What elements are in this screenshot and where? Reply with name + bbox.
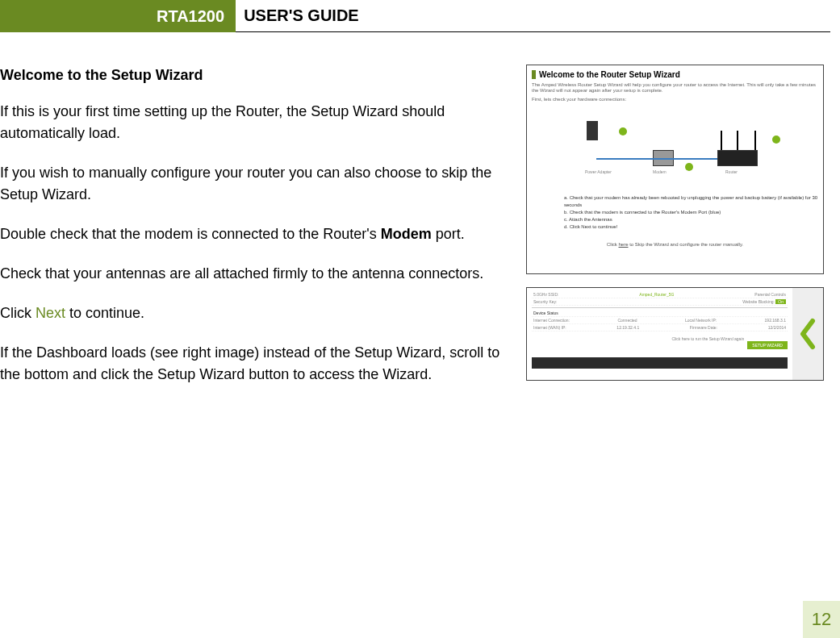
cell: Website Blocking: On — [742, 298, 786, 305]
cell: 12/2/2014 — [768, 324, 786, 331]
dashboard-footer — [532, 357, 788, 369]
cell: 192.168.3.1 — [765, 317, 786, 323]
paragraph-4: Check that your antennas are all attache… — [0, 263, 516, 285]
badge-a-icon — [619, 127, 627, 136]
p3-modem-bold: Modem — [381, 226, 432, 242]
chevron-column — [792, 288, 823, 380]
wizard-steps: a. Check that your modem has already bee… — [564, 194, 818, 231]
dashboard-panel: 5.0GHz SSID: Amped_Router_5G Parental Co… — [527, 288, 792, 380]
router-icon — [717, 150, 758, 166]
cell: Security Key: — [533, 298, 557, 305]
table-row: 5.0GHz SSID: Amped_Router_5G Parental Co… — [532, 291, 788, 298]
power-adapter-icon — [587, 121, 598, 140]
skip-here-link: here — [619, 242, 629, 247]
on-pill: On — [775, 299, 786, 304]
antenna-icon — [754, 131, 756, 150]
wiring-diagram: Power Adapter Modem Router — [548, 111, 802, 188]
badge-b-icon — [685, 163, 693, 171]
page-number: 12 — [803, 601, 840, 638]
cell: Internet (WAN) IP: — [533, 324, 566, 331]
p3-part-a: Double check that the modem is connected… — [0, 226, 381, 242]
antenna-icon — [721, 131, 722, 150]
antenna-icon — [737, 131, 738, 150]
table-row: Internet (WAN) IP: 12.19.32.4.1 Firmware… — [532, 324, 788, 332]
paragraph-1: If this is your first time setting up th… — [0, 101, 516, 144]
page-content: Welcome to the Setup Wizard If this is y… — [0, 32, 840, 403]
cell: Internet Connection: — [533, 317, 570, 323]
table-row: Internet Connection: Connected Local Net… — [532, 317, 788, 324]
setup-wizard-button: SETUP WIZARD — [747, 341, 788, 349]
cell: 12.19.32.4.1 — [616, 324, 639, 331]
skip-text-b: to Skip the Wizard and configure the rou… — [629, 242, 744, 247]
cell: Connected — [617, 317, 637, 323]
cell: Parental Controls — [754, 291, 786, 298]
header-model: RTA1200 — [145, 0, 236, 32]
cable-icon — [674, 158, 717, 160]
paragraph-3: Double check that the modem is connected… — [0, 223, 516, 245]
cell: Amped_Router_5G — [639, 291, 674, 298]
paragraph-2: If you wish to manually configure your r… — [0, 162, 516, 206]
step-d: d. Click Next to continue! — [564, 223, 818, 231]
body-text-column: Welcome to the Setup Wizard If this is y… — [0, 65, 516, 403]
paragraph-6: If the Dashboard loads (see right image)… — [0, 342, 516, 386]
label-modem: Modem — [653, 169, 667, 174]
p5-part-a: Click — [0, 305, 36, 321]
skip-wizard-line: Click here to Skip the Wizard and config… — [532, 242, 818, 247]
cell-label: Website Blocking: — [742, 299, 775, 304]
paragraph-5: Click Next to continue. — [0, 302, 516, 324]
wizard-subtitle-1: The Amped Wireless Router Setup Wizard w… — [532, 82, 818, 94]
cell: Firmware Date: — [690, 324, 717, 331]
figures-column: Welcome to the Router Setup Wizard The A… — [516, 65, 824, 403]
divider — [532, 307, 788, 308]
skip-text-a: Click — [607, 242, 619, 247]
step-b: b. Check that the modem is connected to … — [564, 209, 818, 216]
cell: 5.0GHz SSID: — [533, 291, 558, 298]
figure-setup-wizard: Welcome to the Router Setup Wizard The A… — [526, 65, 824, 274]
p5-part-b: to continue. — [65, 305, 144, 321]
setup-wizard-hint: Click here to run the Setup Wizard again — [672, 336, 745, 341]
wizard-subtitle-2: First, lets check your hardware connecti… — [532, 97, 818, 102]
page-header: RTA1200 USER'S GUIDE — [0, 0, 840, 32]
wizard-title: Welcome to the Router Setup Wizard — [532, 70, 818, 79]
header-green-block — [0, 0, 145, 32]
label-router: Router — [725, 169, 738, 174]
p3-part-c: port. — [432, 226, 465, 242]
table-row: Device Status — [532, 310, 788, 317]
badge-c-icon — [772, 136, 780, 144]
next-link-text: Next — [36, 305, 65, 321]
cell: Local Network IP: — [685, 317, 717, 323]
cell: Device Status — [533, 310, 558, 316]
section-heading: Welcome to the Setup Wizard — [0, 65, 516, 86]
chevron-left-icon — [796, 318, 819, 350]
step-a: a. Check that your modem has already bee… — [564, 194, 818, 209]
figure-dashboard: 5.0GHz SSID: Amped_Router_5G Parental Co… — [526, 287, 824, 381]
label-adapter: Power Adapter — [585, 169, 612, 174]
step-c: c. Attach the Antennas — [564, 216, 818, 223]
header-guide-title: USER'S GUIDE — [236, 0, 830, 32]
table-row: Security Key: Website Blocking: On — [532, 298, 788, 306]
